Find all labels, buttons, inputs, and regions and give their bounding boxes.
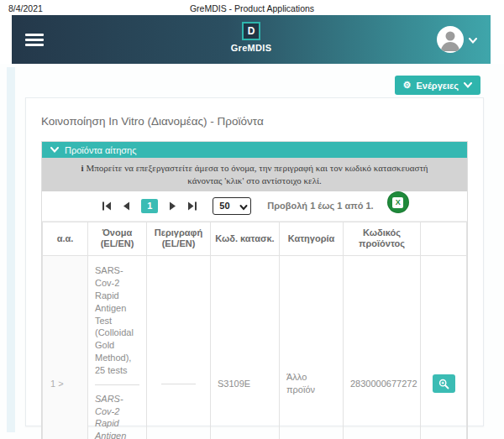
first-page-icon[interactable] [101, 200, 113, 212]
description-cell[interactable] [147, 256, 211, 439]
view-details-button[interactable] [433, 374, 455, 393]
hamburger-menu-icon[interactable] [25, 31, 44, 49]
header-manufacturer-code: Κωδ. κατασκ. [211, 222, 280, 256]
header-product-code: Κωδικός προϊόντος [344, 222, 421, 256]
divider [95, 384, 139, 385]
magnifier-plus-icon [438, 379, 449, 389]
products-table: α.α. Όνομα (EL/EN) Περιγραφή (EL/EN) Κωδ… [42, 222, 467, 439]
print-title: GreMDIS - Product Applications [0, 3, 504, 13]
header-index: α.α. [43, 222, 88, 256]
page-size-select[interactable]: 50 [213, 197, 251, 215]
app-logo: D [242, 22, 260, 40]
header-category: Κατηγορία [280, 222, 344, 256]
current-page-button[interactable]: 1 [141, 199, 158, 213]
divider [161, 384, 196, 384]
name-cell[interactable]: SARS-Cov-2 Rapid Antigen Test (Colloidal… [88, 256, 147, 439]
next-page-icon[interactable] [167, 200, 179, 212]
table-row: 1 > SARS-Cov-2 Rapid Antigen Test (Collo… [43, 256, 467, 439]
chevron-down-icon [50, 147, 59, 153]
header-description: Περιγραφή (EL/EN) [147, 222, 211, 256]
actions-cell [421, 256, 467, 439]
last-page-icon[interactable] [186, 200, 198, 212]
product-name-en: SARS-Cov-2 Rapid Antigen Test (Colloidal… [95, 393, 139, 439]
product-name-el: SARS-Cov-2 Rapid Antigen Test (Colloidal… [95, 264, 139, 377]
brand-name: GreMDIS [231, 43, 272, 53]
navbar: D GreMDIS [12, 15, 491, 64]
previous-page-icon[interactable] [120, 200, 132, 212]
chevron-down-icon [464, 82, 472, 88]
actions-button-label: Ενέργειες [416, 81, 459, 91]
left-gutter [7, 67, 15, 432]
row-index: 1 > [43, 256, 88, 439]
user-menu[interactable] [437, 26, 477, 53]
pagination-toolbar: 1 50 Προβολή 1 έως 1 από 1. [42, 191, 467, 222]
gears-icon: ⚙ [403, 81, 412, 90]
table-header-row: α.α. Όνομα (EL/EN) Περιγραφή (EL/EN) Κωδ… [43, 222, 467, 256]
chevron-down-icon [469, 32, 477, 47]
panel-title: Προϊόντα αίτησης [65, 145, 136, 155]
panel-header[interactable]: Προϊόντα αίτησης [42, 142, 467, 158]
page: 8/4/2021 GreMDIS - Product Applications … [0, 0, 504, 439]
page-title: Κοινοποίηση In Vitro (Διανομέας) - Προϊό… [26, 98, 483, 141]
info-text: Μπορείτε να επεξεργαστείτε άμεσα το όνομ… [86, 163, 428, 186]
header-name: Όνομα (EL/EN) [88, 222, 147, 256]
product-code-cell: 2830000677272 [344, 256, 421, 439]
category-cell: Άλλο προϊόν [280, 256, 344, 439]
info-message: iΜπορείτε να επεξεργαστείτε άμεσα το όνο… [42, 158, 467, 191]
products-panel: Προϊόντα αίτησης iΜπορείτε να επεξεργαστ… [41, 141, 468, 439]
manufacturer-code-cell[interactable]: S3109E [211, 256, 280, 439]
content-card: Κοινοποίηση In Vitro (Διανομέας) - Προϊό… [25, 97, 484, 426]
excel-export-icon[interactable]: X [388, 192, 408, 212]
brand: D GreMDIS [12, 22, 491, 53]
info-icon: i [81, 163, 83, 173]
actions-button[interactable]: ⚙ Ενέργειες [395, 76, 480, 95]
user-avatar-icon [437, 26, 464, 53]
header-actions [421, 222, 467, 256]
pagination-summary: Προβολή 1 έως 1 από 1. [267, 201, 373, 211]
